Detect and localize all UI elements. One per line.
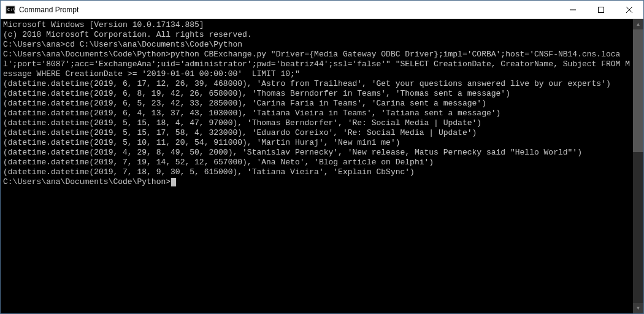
terminal-line: C:\Users\ana\Documents\Code\Python>pytho…	[3, 50, 631, 79]
terminal-line: (datetime.datetime(2019, 4, 29, 8, 49, 5…	[3, 148, 631, 158]
terminal-line: (datetime.datetime(2019, 6, 4, 13, 37, 4…	[3, 109, 631, 118]
svg-text:C:\: C:\	[7, 7, 15, 12]
cursor-icon	[171, 178, 176, 186]
svg-rect-3	[599, 7, 604, 12]
scroll-thumb[interactable]	[633, 29, 643, 152]
terminal-line: (datetime.datetime(2019, 5, 10, 11, 20, …	[3, 138, 631, 148]
command-prompt-window: C:\ Command Prompt Microsoft Windows [Ve…	[0, 0, 644, 314]
terminal-line: (datetime.datetime(2019, 7, 19, 14, 52, …	[3, 158, 631, 167]
terminal-prompt: C:\Users\ana\Documents\Code\Python>	[3, 177, 631, 187]
app-icon: C:\	[6, 5, 15, 15]
terminal-line: (datetime.datetime(2019, 6, 17, 12, 26, …	[3, 79, 631, 89]
maximize-button[interactable]	[587, 1, 615, 18]
terminal-line: (datetime.datetime(2019, 5, 15, 17, 58, …	[3, 128, 631, 138]
terminal-line: C:\Users\ana>cd C:\Users\ana\Documents\C…	[3, 40, 631, 50]
close-button[interactable]	[615, 1, 643, 18]
terminal-line: (datetime.datetime(2019, 7, 18, 9, 30, 5…	[3, 167, 631, 177]
terminal-line: (datetime.datetime(2019, 6, 5, 23, 42, 3…	[3, 99, 631, 109]
terminal-line: Microsoft Windows [Version 10.0.17134.88…	[3, 20, 631, 30]
terminal-line: (datetime.datetime(2019, 5, 15, 18, 4, 4…	[3, 118, 631, 128]
titlebar[interactable]: C:\ Command Prompt	[1, 1, 643, 19]
minimize-button[interactable]	[559, 1, 587, 18]
terminal-line: (c) 2018 Microsoft Corporation. All righ…	[3, 30, 631, 40]
vertical-scrollbar[interactable]: ▲ ▼	[633, 19, 643, 313]
window-title: Command Prompt	[19, 6, 559, 14]
scroll-up-arrow-icon[interactable]: ▲	[633, 19, 643, 29]
window-controls	[559, 1, 643, 18]
terminal-line: (datetime.datetime(2019, 6, 8, 19, 42, 2…	[3, 89, 631, 99]
terminal-output[interactable]: Microsoft Windows [Version 10.0.17134.88…	[1, 19, 633, 313]
terminal-area: Microsoft Windows [Version 10.0.17134.88…	[1, 19, 643, 313]
scroll-down-arrow-icon[interactable]: ▼	[633, 303, 643, 313]
